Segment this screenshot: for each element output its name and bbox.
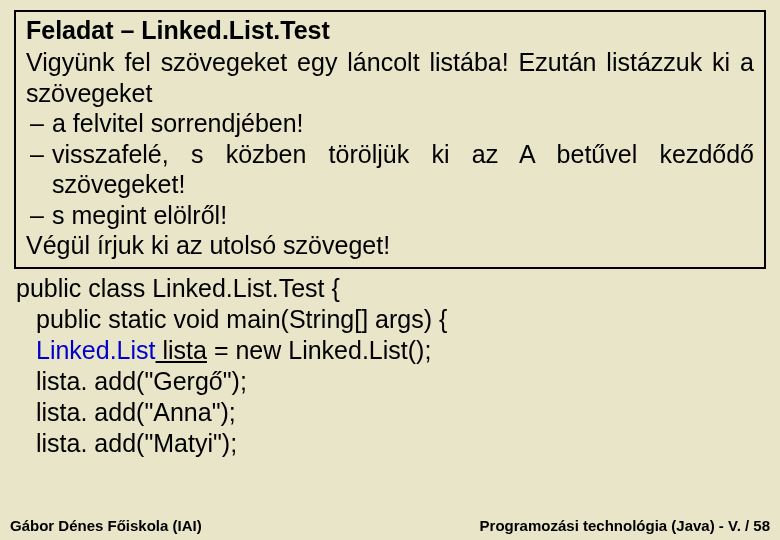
- task-box: Feladat – Linked.List.Test Vigyünk fel s…: [14, 10, 766, 269]
- code-line: Linked.List lista = new Linked.List();: [16, 335, 766, 366]
- task-outro: Végül írjuk ki az utolsó szöveget!: [26, 230, 754, 261]
- task-intro: Vigyünk fel szövegeket egy láncolt listá…: [26, 47, 754, 108]
- list-item: a felvitel sorrendjében!: [52, 108, 754, 139]
- code-type: Linked.List: [36, 336, 156, 364]
- code-rest: = new Linked.List();: [207, 336, 431, 364]
- code-var: lista: [156, 336, 207, 364]
- list-item: s megint elölről!: [52, 200, 754, 231]
- list-item: visszafelé, s közben töröljük ki az A be…: [52, 139, 754, 200]
- slide: Feladat – Linked.List.Test Vigyünk fel s…: [0, 0, 780, 459]
- code-line: lista. add("Anna");: [16, 397, 766, 428]
- task-body: Vigyünk fel szövegeket egy láncolt listá…: [26, 47, 754, 261]
- task-title: Feladat – Linked.List.Test: [26, 16, 754, 45]
- code-line: lista. add("Matyi");: [16, 428, 766, 459]
- code-line: lista. add("Gergő");: [16, 366, 766, 397]
- code-line: public static void main(String[] args) {: [16, 304, 766, 335]
- code-line: public class Linked.List.Test {: [16, 273, 766, 304]
- task-list: a felvitel sorrendjében! visszafelé, s k…: [26, 108, 754, 230]
- footer-right: Programozási technológia (Java) - V. / 5…: [480, 517, 770, 534]
- footer-left: Gábor Dénes Főiskola (IAI): [10, 517, 202, 534]
- code-block: public class Linked.List.Test { public s…: [14, 271, 766, 459]
- footer: Gábor Dénes Főiskola (IAI) Programozási …: [0, 517, 780, 534]
